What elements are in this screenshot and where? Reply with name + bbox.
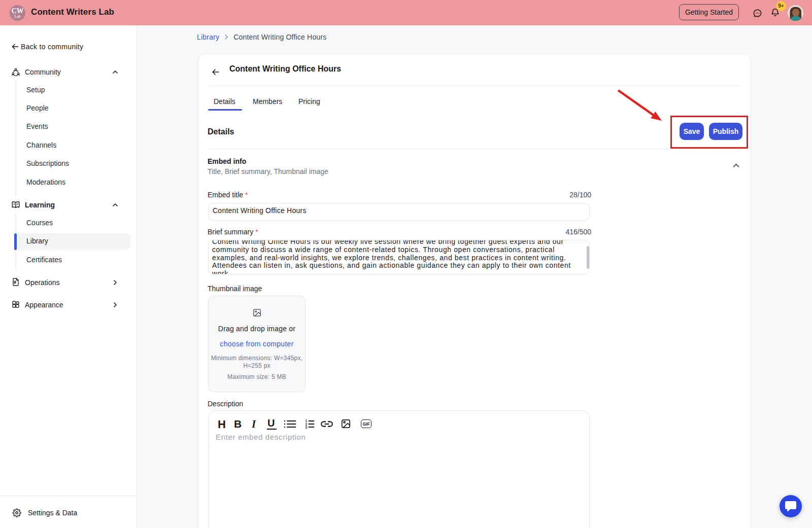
svg-text:3: 3 (306, 426, 308, 429)
